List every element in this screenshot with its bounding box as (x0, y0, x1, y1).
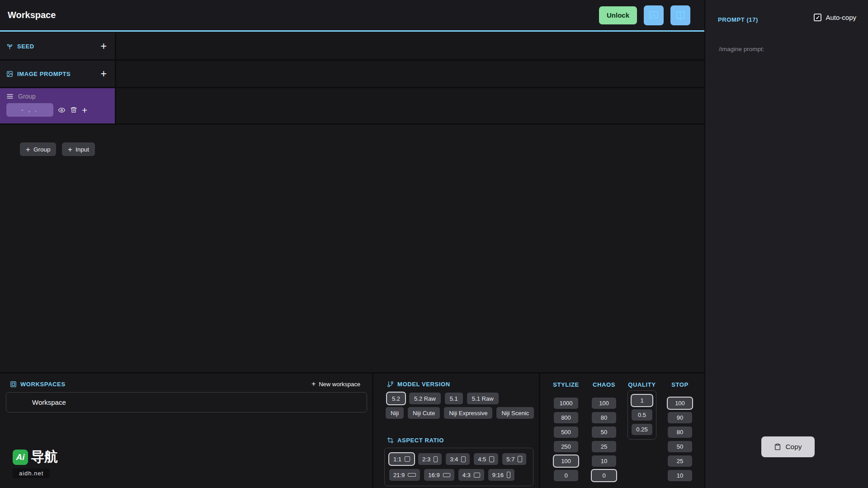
workspace-canvas[interactable]: + Group + Input (0, 125, 704, 372)
quality-option-1[interactable]: 1 (632, 395, 652, 406)
image-prompts-section: IMAGE PROMPTS + (0, 61, 116, 87)
chart-icon (648, 10, 659, 21)
stop-option-100[interactable]: 100 (668, 398, 692, 409)
aspect-option-5-7[interactable]: 5:7 (502, 453, 526, 465)
logo-badge: Ai (13, 450, 28, 465)
quality-header: QUALITY (628, 381, 656, 388)
logo-name: 导航 (31, 448, 58, 466)
workspaces-column: WORKSPACES + New workspace Workspace Ai … (0, 374, 372, 488)
trash-icon (70, 106, 77, 114)
stop-header: STOP (671, 381, 689, 388)
delete-group-button[interactable] (70, 106, 77, 114)
aspect-option-3-4[interactable]: 3:4 (446, 453, 470, 465)
guide-button[interactable] (670, 5, 690, 25)
portrait-shape-icon (518, 456, 522, 462)
add-image-prompt-button[interactable]: + (99, 69, 108, 79)
page-title: Workspace (8, 10, 56, 20)
aspect-option-4-3[interactable]: 4:3 (458, 469, 484, 481)
image-prompts-label: IMAGE PROMPTS (17, 71, 71, 77)
stylize-option-100[interactable]: 100 (554, 455, 578, 467)
model-version-label: MODEL VERSION (397, 381, 450, 388)
workspaces-icon (10, 381, 17, 388)
unlock-button[interactable]: Unlock (599, 6, 637, 24)
autocopy-checkbox[interactable]: ✓ (814, 14, 821, 21)
workspace-list-item[interactable]: Workspace (6, 398, 367, 406)
stylize-option-0[interactable]: 0 (554, 470, 578, 481)
logo-domain: aidh.net (13, 469, 50, 478)
crop-icon (387, 437, 394, 444)
add-group-label: Group (33, 146, 51, 153)
aspect-option-4-5[interactable]: 4:5 (474, 453, 498, 465)
stop-option-80[interactable]: 80 (668, 426, 692, 438)
aspect-option-21-9[interactable]: 21:9 (389, 469, 420, 481)
group-row-content (116, 88, 704, 123)
model-option-niji-scenic[interactable]: Niji Scenic (496, 407, 534, 419)
clipboard-icon (774, 443, 781, 450)
group-title: Group (18, 93, 36, 100)
chaos-option-10[interactable]: 10 (592, 455, 616, 467)
model-option-5-2[interactable]: 5.2 (387, 393, 405, 404)
seed-row-content (116, 33, 704, 59)
group-row: Group + (0, 88, 704, 125)
bottom-panel: WORKSPACES + New workspace Workspace Ai … (0, 372, 704, 488)
stylize-option-1000[interactable]: 1000 (554, 398, 578, 409)
copy-button[interactable]: Copy (761, 436, 815, 457)
model-option-niji-expressive[interactable]: Niji Expressive (444, 407, 492, 419)
add-seed-button[interactable]: + (99, 41, 108, 52)
aspect-label: 4:5 (478, 456, 486, 463)
aspect-label: 2:3 (422, 456, 430, 463)
stop-option-90[interactable]: 90 (668, 412, 692, 423)
quality-option-0-5[interactable]: 0.5 (632, 409, 652, 421)
add-group-button[interactable]: + Group (20, 142, 56, 156)
aspect-label: 5:7 (506, 456, 514, 463)
stylize-option-800[interactable]: 800 (554, 412, 578, 423)
add-input-button[interactable]: + Input (62, 142, 95, 156)
new-workspace-button[interactable]: + New workspace (309, 380, 363, 388)
stylize-option-250[interactable]: 250 (554, 441, 578, 452)
workspaces-header: WORKSPACES (10, 381, 66, 388)
stats-button[interactable] (644, 5, 664, 25)
aspect-option-1-1[interactable]: 1:1 (389, 453, 414, 465)
stylize-option-500[interactable]: 500 (554, 426, 578, 438)
aspect-ratio-label: ASPECT RATIO (397, 437, 444, 444)
aspect-option-2-3[interactable]: 2:3 (418, 453, 442, 465)
stop-column: STOP 100 90 80 50 25 10 (668, 381, 692, 481)
stop-option-10[interactable]: 10 (668, 470, 692, 481)
square-shape-icon (405, 456, 410, 462)
chaos-option-25[interactable]: 25 (592, 441, 616, 452)
model-option-niji-cute[interactable]: Niji Cute (408, 407, 440, 419)
landscape-shape-icon (408, 473, 416, 477)
add-to-group-button[interactable]: + (82, 105, 87, 115)
autocopy-toggle[interactable]: ✓ Auto-copy (814, 14, 856, 21)
chaos-option-80[interactable]: 80 (592, 412, 616, 423)
topbar: Workspace Unlock (0, 0, 704, 32)
chaos-option-50[interactable]: 50 (592, 426, 616, 438)
aspect-option-16-9[interactable]: 16:9 (424, 469, 454, 481)
model-option-niji[interactable]: Niji (386, 407, 404, 419)
chaos-header: CHAOS (593, 381, 615, 388)
stylize-header: STYLIZE (553, 381, 579, 388)
model-option-5-1[interactable]: 5.1 (445, 393, 463, 404)
model-option-5-1-raw[interactable]: 5.1 Raw (467, 393, 499, 404)
image-icon (6, 71, 13, 77)
quality-options: 1 0.5 0.25 (627, 390, 656, 440)
group-weight-input[interactable] (6, 103, 53, 117)
aspect-label: 1:1 (393, 456, 401, 463)
stop-option-25[interactable]: 25 (668, 455, 692, 467)
stop-options: 100 90 80 50 25 10 (668, 398, 692, 481)
aspect-ratio-box: 1:1 2:3 3:4 4:5 (384, 448, 533, 486)
aspect-label: 9:16 (492, 472, 504, 479)
quality-option-0-25[interactable]: 0.25 (632, 424, 652, 435)
workspaces-label: WORKSPACES (20, 381, 66, 388)
chaos-option-100[interactable]: 100 (592, 398, 616, 409)
seed-section: SEED + (0, 33, 116, 59)
copy-label: Copy (785, 443, 802, 451)
stylize-options: 1000 800 500 250 100 0 (554, 398, 578, 481)
model-option-5-2-raw[interactable]: 5.2 Raw (409, 393, 441, 404)
visibility-button[interactable] (58, 106, 66, 114)
chaos-option-0[interactable]: 0 (592, 470, 616, 481)
aspect-label: 4:3 (462, 472, 471, 479)
stop-option-50[interactable]: 50 (668, 441, 692, 452)
aspect-option-9-16[interactable]: 9:16 (488, 469, 514, 481)
drag-handle-icon[interactable] (6, 93, 14, 100)
